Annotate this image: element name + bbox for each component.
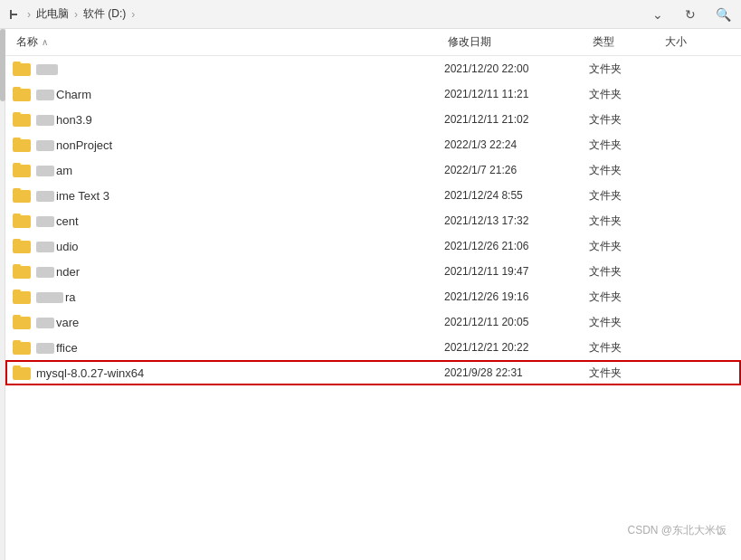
breadcrumb-area: › 此电脑 › 软件 (D:) › [7,6,135,22]
file-label: █nonProject [36,138,112,152]
file-rows: █2021/12/20 22:00文件夹█Charm2021/12/11 11:… [5,56,741,560]
file-name-cell: █ [13,62,444,76]
file-type: 文件夹 [589,163,661,178]
table-row[interactable]: █Charm2021/12/11 11:21文件夹 [5,81,741,107]
file-name-cell: █udio [13,239,444,253]
file-label: █hon3.9 [36,113,92,127]
file-label: █Charm [36,88,91,101]
title-bar: › 此电脑 › 软件 (D:) › ⌄ ↻ 🔍 [0,0,741,29]
col-name-label: 名称 [16,34,38,50]
folder-icon [13,315,31,329]
file-date: 2021/12/11 19:47 [444,265,589,278]
col-header-name[interactable]: 名称 ∧ [13,33,444,52]
file-name-cell: █nder [13,264,444,279]
table-row[interactable]: █vare2021/12/11 20:05文件夹 [5,309,741,335]
file-date: 2021/9/28 22:31 [444,366,589,379]
file-label: █ [36,62,60,76]
file-name-cell: █Charm [13,87,444,101]
file-type: 文件夹 [589,289,661,305]
scroll-thumb [0,29,5,101]
table-row[interactable]: █2021/12/20 22:00文件夹 [5,56,741,81]
folder-icon [13,239,31,253]
table-row[interactable]: █nonProject2022/1/3 22:24文件夹 [5,132,741,157]
file-label: █ffice [36,341,78,355]
table-row[interactable]: █cent2021/12/13 17:32文件夹 [5,208,741,233]
file-date: 2021/12/11 11:21 [444,88,589,100]
file-label: mysql-8.0.27-winx64 [36,366,144,380]
file-date: 2021/12/24 8:55 [444,189,589,202]
left-scrollbar [0,29,5,560]
table-row[interactable]: █ime Text 32021/12/24 8:55文件夹 [5,183,741,208]
separator-2: › [74,8,78,21]
folder-icon [13,188,31,203]
file-type: 文件夹 [589,62,661,77]
file-label: █ra [36,290,76,304]
file-date: 2021/12/21 20:22 [444,341,589,354]
file-type: 文件夹 [589,340,661,356]
folder-icon [13,138,31,152]
folder-icon [13,163,31,177]
chevron-down-button[interactable]: ⌄ [647,4,669,25]
file-date: 2021/12/26 19:16 [444,290,589,303]
folder-icon [13,87,31,101]
file-name-cell: █am [13,163,444,177]
col-header-type[interactable]: 类型 [589,33,661,52]
file-type: 文件夹 [589,365,661,381]
col-header-size[interactable]: 大小 [661,33,734,52]
file-type: 文件夹 [589,112,661,128]
svg-rect-1 [10,10,12,19]
table-row[interactable]: █udio2021/12/26 21:06文件夹 [5,233,741,259]
folder-icon [13,214,31,228]
file-name-cell: █nonProject [13,138,444,152]
file-name-cell: █vare [13,315,444,329]
breadcrumb-drive[interactable]: 软件 (D:) [83,6,126,22]
file-label: █vare [36,316,79,329]
file-name-cell: mysql-8.0.27-winx64 [13,365,444,380]
table-row[interactable]: █hon3.92021/12/11 21:02文件夹 [5,107,741,132]
table-row[interactable]: █am2022/1/7 21:26文件夹 [5,157,741,183]
file-type: 文件夹 [589,188,661,204]
folder-icon [13,62,31,76]
column-headers: 名称 ∧ 修改日期 类型 大小 [5,29,741,56]
file-label: █cent [36,214,79,228]
file-type: 文件夹 [589,87,661,102]
file-label: █ime Text 3 [36,189,109,203]
file-date: 2021/12/11 21:02 [444,113,589,126]
title-bar-actions: ⌄ ↻ 🔍 [647,4,734,25]
col-header-date[interactable]: 修改日期 [444,33,589,52]
file-name-cell: █ra [13,289,444,304]
file-label: █nder [36,265,80,279]
file-date: 2021/12/11 20:05 [444,316,589,328]
file-type: 文件夹 [589,214,661,229]
file-type: 文件夹 [589,239,661,254]
folder-icon [13,112,31,127]
separator-3: › [131,8,135,21]
file-date: 2021/12/26 21:06 [444,240,589,252]
content-area: 名称 ∧ 修改日期 类型 大小 █2021/12/20 22:00文件夹█Cha… [0,29,741,560]
search-button[interactable]: 🔍 [712,4,734,25]
file-name-cell: █cent [13,214,444,228]
table-row[interactable]: █ffice2021/12/21 20:22文件夹 [5,335,741,360]
file-date: 2022/1/3 22:24 [444,138,589,151]
back-icon[interactable] [7,7,22,22]
sort-arrow-icon: ∧ [42,37,48,47]
breadcrumb-computer[interactable]: 此电脑 [36,6,69,22]
file-name-cell: █hon3.9 [13,112,444,127]
folder-icon [13,289,31,304]
file-label: █am [36,164,72,177]
folder-icon [13,340,31,355]
file-list-container: 名称 ∧ 修改日期 类型 大小 █2021/12/20 22:00文件夹█Cha… [5,29,741,560]
refresh-button[interactable]: ↻ [679,4,701,25]
table-row[interactable]: █ra2021/12/26 19:16文件夹 [5,284,741,309]
file-type: 文件夹 [589,264,661,280]
file-label: █udio [36,240,79,253]
table-row[interactable]: mysql-8.0.27-winx642021/9/28 22:31文件夹 [5,360,741,385]
folder-icon [13,264,31,279]
table-row[interactable]: █nder2021/12/11 19:47文件夹 [5,259,741,284]
file-type: 文件夹 [589,138,661,153]
file-name-cell: █ime Text 3 [13,188,444,203]
separator-1: › [27,8,31,21]
file-date: 2021/12/20 22:00 [444,62,589,75]
folder-icon [13,365,31,380]
file-type: 文件夹 [589,315,661,330]
